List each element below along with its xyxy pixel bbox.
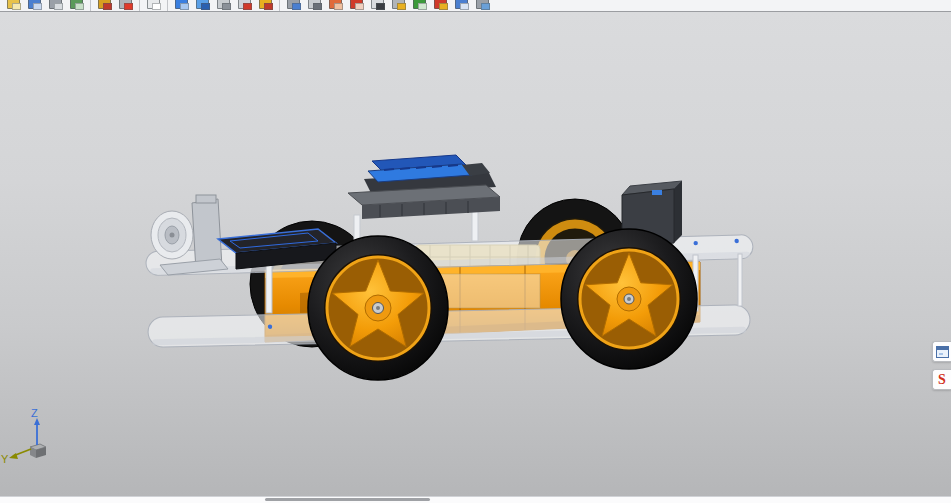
hidden-lines-icon[interactable] <box>216 0 231 10</box>
wheel-rear-right[interactable] <box>561 229 697 369</box>
toolbar <box>0 0 951 12</box>
solidworks-logo-icon: S <box>938 373 946 387</box>
solidworks-resources-tab[interactable]: S <box>932 369 951 390</box>
section-view-icon[interactable] <box>286 0 301 10</box>
model-canvas[interactable] <box>140 135 760 382</box>
scrollbar-thumb[interactable] <box>265 498 430 501</box>
shaded-cube-icon[interactable] <box>195 0 210 10</box>
open-icon[interactable] <box>6 0 21 10</box>
bottom-bar <box>0 496 951 503</box>
pencil-icon[interactable] <box>433 0 448 10</box>
check-icon[interactable] <box>412 0 427 10</box>
evaluate-clock-icon[interactable] <box>370 0 385 10</box>
curvature-icon[interactable] <box>307 0 322 10</box>
appearance-icon[interactable] <box>328 0 343 10</box>
panel-icon <box>936 346 949 358</box>
undo-icon[interactable] <box>69 0 84 10</box>
y-axis: Y <box>1 449 31 465</box>
toolbar-separator <box>139 0 140 12</box>
print-icon[interactable] <box>48 0 63 10</box>
model-robot-car-assembly[interactable] <box>140 135 760 382</box>
z-axis: Z <box>31 407 40 445</box>
toolbar-separator <box>279 0 280 12</box>
tolerance-icon[interactable] <box>391 0 406 10</box>
cad-application-window: { "colors": { "accent-orange": "#ef9400"… <box>0 0 951 503</box>
view-orientation-icon[interactable] <box>174 0 189 10</box>
rebuild-icon[interactable] <box>454 0 469 10</box>
triad-origin-cube <box>30 444 46 458</box>
save-icon[interactable] <box>27 0 42 10</box>
z-axis-label: Z <box>31 407 38 419</box>
wheel-front-left[interactable] <box>308 236 448 380</box>
toolbar-separator <box>90 0 91 12</box>
viewport-3d[interactable]: Z Y <box>0 12 951 497</box>
measure-icon[interactable] <box>258 0 273 10</box>
toolbar-separator <box>167 0 168 12</box>
edit-appearance-icon[interactable] <box>349 0 364 10</box>
sketch-icon[interactable] <box>97 0 112 10</box>
y-axis-label: Y <box>1 453 9 465</box>
speaker-icon[interactable] <box>475 0 490 10</box>
task-pane-panel-tab[interactable] <box>932 341 951 362</box>
top-electronics-platform[interactable] <box>348 155 500 219</box>
smart-dimension-icon[interactable] <box>118 0 133 10</box>
task-pane-tabs: S <box>932 341 951 390</box>
zoom-area-icon[interactable] <box>237 0 252 10</box>
coordinate-triad: Z Y <box>0 403 80 483</box>
select-box-icon[interactable] <box>146 0 161 10</box>
